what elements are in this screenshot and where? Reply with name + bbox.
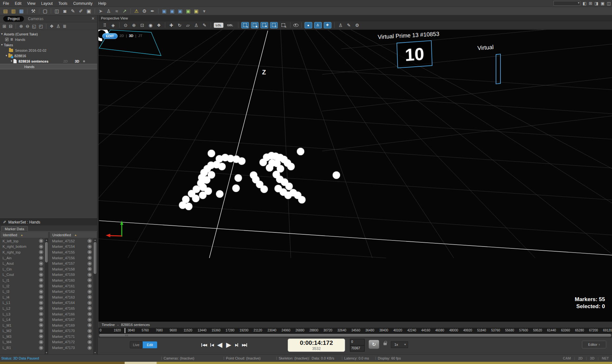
select-markers-button[interactable]: ● [241,22,249,28]
gap-fill-badge[interactable]: G [88,334,92,338]
gap-fill-badge[interactable]: G [88,329,92,333]
gap-fill-badge[interactable]: G [39,301,43,305]
paint-select-icon[interactable]: ✎ [201,23,208,28]
scroll-down-icon[interactable]: ▼ [93,352,97,354]
gap-fill-badge[interactable]: G [88,340,92,344]
gbl-button[interactable]: GBL [225,23,235,28]
skeleton-create-icon[interactable]: ♙ [106,8,112,14]
scroll-up-icon[interactable]: ▲ [93,239,97,241]
gap-fill-badge[interactable]: G [39,245,43,249]
playhead[interactable] [125,328,125,333]
skip-to-start-button[interactable]: ◀◀ [201,343,206,347]
gap-fill-badge[interactable]: G [88,306,92,310]
marker-dot[interactable] [232,185,240,192]
gap-fill-badge[interactable]: G [39,273,43,277]
marker-dot[interactable] [218,163,226,170]
edit-button[interactable]: Edit [143,341,157,348]
calibration-wand-icon[interactable]: ✎ [70,8,76,14]
show-markers-button[interactable]: ● [305,22,312,28]
gap-fill-badge[interactable]: G [88,250,92,254]
marker-dot[interactable] [287,163,295,170]
add-rigid-body-icon[interactable]: ❖ [50,24,54,29]
gap-fill-badge[interactable]: G [39,278,43,282]
add-session-icon[interactable]: ⊞ [3,24,6,29]
gap-fill-badge[interactable]: G [39,284,43,288]
sort-asc-icon[interactable]: ▲ [74,233,77,237]
mode-3d[interactable]: 3D [129,34,133,38]
marker-dot[interactable] [216,190,223,198]
gap-fill-badge[interactable]: G [88,301,92,305]
menu-help[interactable]: Help [96,0,109,7]
chevron-down-icon[interactable]: ▼ [0,43,4,46]
tree-item-hands-asset[interactable]: ✓ ≣ Hands [0,37,97,42]
marker-row[interactable]: L_I1G [0,277,44,283]
marker-row[interactable]: K_left_topG [0,238,44,244]
translate-icon[interactable]: ✚ [168,23,174,28]
select-paint-button[interactable]: ♙ [280,22,287,28]
marker-row[interactable]: Marker_47152G [50,238,93,244]
close-icon[interactable]: ✕ [91,16,95,21]
playback-rate-dropdown[interactable]: 1x [391,341,408,348]
utilities-icon[interactable]: ⚙ [142,8,147,14]
gap-fill-badge[interactable]: G [39,318,43,322]
gap-fill-badge[interactable]: G [88,278,92,282]
badge-3d[interactable]: 3D [75,59,79,63]
marker-row[interactable]: L_L3G [0,311,44,317]
tree-takes-header[interactable]: ▼ Takes [0,42,97,48]
import-take-icon[interactable]: ◱ [32,24,36,29]
marker-row[interactable]: Marker_47163G [50,294,93,300]
marker-dot[interactable] [260,186,268,193]
camera-preset-3-icon[interactable]: ▣ [177,8,183,14]
grid-icon[interactable]: ⠿ [102,23,108,28]
tab-marker-data[interactable]: Marker Data [1,226,28,231]
tab-project[interactable]: Project [3,16,24,22]
alerts-icon[interactable]: ⚠ [134,8,139,14]
scrollbar-grip[interactable] [125,335,128,336]
workspace-combo[interactable] [554,1,580,6]
viewport-canvas[interactable]: EDIT 2D|3D|JT Z Virtual Prime 13 #10853 … [98,30,612,322]
marker-dot[interactable] [333,171,340,179]
marker-row[interactable]: L_L1G [0,300,44,306]
marker-row[interactable]: L_L4G [0,317,44,322]
gap-fill-badge[interactable]: G [88,312,92,316]
gap-fill-badge[interactable]: G [39,312,43,316]
gap-fill-badge[interactable]: G [88,346,92,350]
marker-row[interactable]: Marker_47157G [50,261,93,266]
select-add-button[interactable]: ✚ [260,22,268,28]
tab-cameras[interactable]: Cameras [24,16,47,22]
menu-edit[interactable]: Edit [12,0,24,7]
marker-row[interactable]: Marker_47159G [50,272,93,278]
show-rigid-bodies-button[interactable]: ❖ [324,22,331,28]
step-back-button[interactable]: ◀ [210,343,213,347]
layout-grid-icon[interactable]: ⊞ [589,1,592,6]
live-button[interactable]: Live [130,341,143,348]
add-skeleton-icon[interactable]: ♙ [56,24,60,29]
rotate-icon[interactable]: ↻ [176,23,183,28]
gap-fill-badge[interactable]: G [39,239,43,243]
gap-fill-badge[interactable]: G [88,267,92,271]
gap-fill-badge[interactable]: G [88,262,92,266]
marker-dot[interactable] [208,150,215,157]
scrollbar-handle[interactable] [45,242,48,262]
marker-row[interactable]: Marker_47162G [50,289,93,294]
snapshot-icon[interactable]: ◉ [147,23,154,28]
layout-pin-icon[interactable]: ◫ [607,1,611,6]
zoom-icon[interactable]: ⊕ [131,23,137,28]
range-end-field[interactable]: 70367 [350,345,364,351]
ground-plane-icon[interactable]: ✐ [78,8,84,14]
unidentified-scrollbar[interactable]: ▲ ▼ [93,238,97,354]
timeline-scrollbar[interactable] [99,334,611,337]
select-skeleton-button[interactable]: ♙ [270,22,278,28]
marker-row[interactable]: K_right_bottomG [0,244,44,250]
menu-layout[interactable]: Layout [38,0,56,7]
marker-row[interactable]: Marker_47154G [50,244,93,250]
tree-item-session[interactable]: Session 2016-02-02 [0,48,97,53]
camera-preset-v2-icon[interactable]: ▣ [193,8,199,14]
marker-row[interactable]: Marker_47161G [50,283,93,289]
unidentified-header[interactable]: Unidentified ▲ [50,231,97,238]
marker-row[interactable]: L_M4G [0,339,44,345]
scroll-up-icon[interactable]: ▲ [45,239,48,241]
label-pen-icon[interactable]: ✎ [346,23,352,28]
camera1-box[interactable]: 10 [397,40,433,68]
layout-blank-icon[interactable]: ▢ [42,8,48,14]
